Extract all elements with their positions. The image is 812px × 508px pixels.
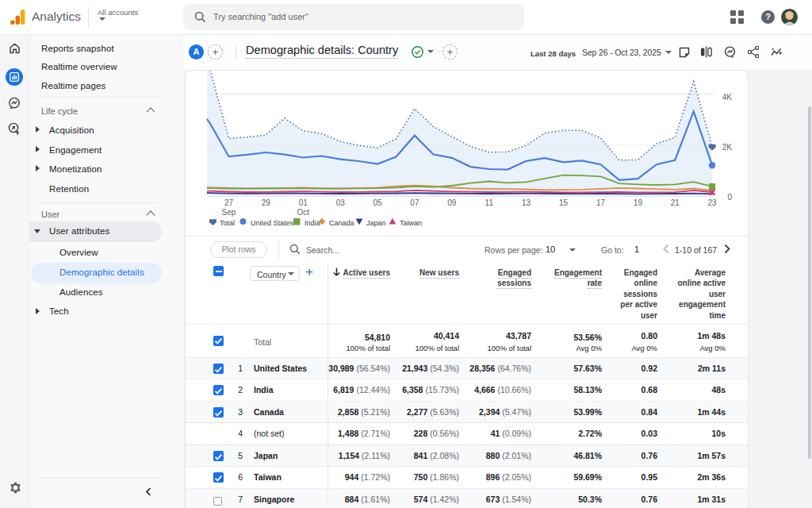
svg-text:United States: United States [251,219,294,227]
svg-text:India: India [304,219,320,227]
svg-text:Taiwan: Taiwan [400,219,422,227]
svg-text:Japan: Japan [366,219,386,227]
svg-text:09: 09 [447,198,457,207]
svg-text:03: 03 [336,198,346,207]
svg-text:05: 05 [373,198,382,207]
svg-text:21: 21 [671,198,680,207]
svg-text:19: 19 [634,198,643,207]
svg-text:11: 11 [485,198,494,207]
svg-text:Sep: Sep [222,208,236,217]
svg-text:17: 17 [596,198,606,207]
svg-text:13: 13 [522,198,531,207]
svg-text:29: 29 [262,198,271,207]
svg-text:15: 15 [559,198,569,207]
svg-text:01: 01 [299,198,308,207]
svg-text:07: 07 [410,198,419,207]
svg-text:27: 27 [224,198,234,207]
svg-text:Canada: Canada [329,219,354,227]
svg-text:0: 0 [727,193,732,202]
svg-text:2K: 2K [722,143,733,152]
svg-text:23: 23 [708,198,718,207]
svg-text:4K: 4K [722,93,733,102]
svg-text:Oct: Oct [297,208,309,217]
svg-text:Total: Total [220,219,235,227]
